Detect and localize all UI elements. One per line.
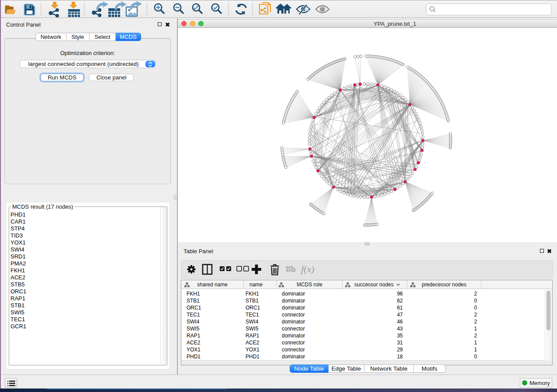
svg-text:f(x): f(x) xyxy=(301,264,315,275)
